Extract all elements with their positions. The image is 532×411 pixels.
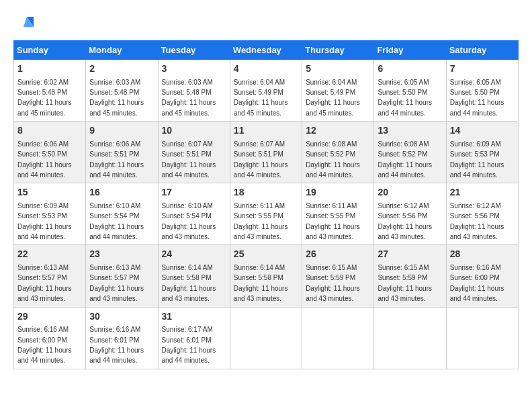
day-number: 24 [162,248,226,261]
day-info: Sunrise: 6:15 AM Sunset: 5:59 PM Dayligh… [378,264,432,302]
day-info: Sunrise: 6:11 AM Sunset: 5:55 PM Dayligh… [306,202,360,240]
day-number: 4 [234,62,298,76]
week-row-3: 15Sunrise: 6:09 AM Sunset: 5:53 PM Dayli… [14,183,519,245]
day-info: Sunrise: 6:09 AM Sunset: 5:53 PM Dayligh… [17,202,72,240]
header-monday: Monday [86,41,158,60]
day-info: Sunrise: 6:08 AM Sunset: 5:52 PM Dayligh… [378,140,432,179]
day-cell: 16Sunrise: 6:10 AM Sunset: 5:54 PM Dayli… [86,183,158,245]
day-number: 17 [162,186,226,199]
day-cell: 11Sunrise: 6:07 AM Sunset: 5:51 PM Dayli… [230,122,302,183]
day-number: 23 [89,248,154,261]
day-info: Sunrise: 6:14 AM Sunset: 5:58 PM Dayligh… [234,264,288,302]
day-number: 30 [89,310,154,324]
day-cell: 24Sunrise: 6:14 AM Sunset: 5:58 PM Dayli… [158,245,230,307]
day-number: 18 [234,186,298,199]
day-cell: 8Sunrise: 6:06 AM Sunset: 5:50 PM Daylig… [14,122,86,183]
day-cell: 7Sunrise: 6:05 AM Sunset: 5:50 PM Daylig… [446,60,518,122]
week-row-5: 29Sunrise: 6:16 AM Sunset: 6:00 PM Dayli… [14,307,519,369]
day-info: Sunrise: 6:13 AM Sunset: 5:57 PM Dayligh… [17,264,72,302]
day-number: 8 [17,124,82,138]
day-cell: 28Sunrise: 6:16 AM Sunset: 6:00 PM Dayli… [446,245,518,307]
day-info: Sunrise: 6:08 AM Sunset: 5:52 PM Dayligh… [306,140,360,179]
day-number: 5 [306,62,370,76]
day-info: Sunrise: 6:13 AM Sunset: 5:57 PM Dayligh… [89,264,144,302]
day-number: 19 [306,186,370,199]
day-cell: 4Sunrise: 6:04 AM Sunset: 5:49 PM Daylig… [230,60,302,122]
day-number: 13 [378,124,442,138]
day-number: 1 [17,62,82,76]
day-info: Sunrise: 6:02 AM Sunset: 5:48 PM Dayligh… [17,79,72,117]
header-sunday: Sunday [14,41,86,60]
day-number: 6 [378,62,442,76]
day-cell: 15Sunrise: 6:09 AM Sunset: 5:53 PM Dayli… [14,183,86,245]
day-number: 11 [234,124,298,138]
day-info: Sunrise: 6:07 AM Sunset: 5:51 PM Dayligh… [162,140,216,179]
day-cell: 13Sunrise: 6:08 AM Sunset: 5:52 PM Dayli… [374,122,446,183]
day-info: Sunrise: 6:11 AM Sunset: 5:55 PM Dayligh… [234,202,288,240]
day-cell: 10Sunrise: 6:07 AM Sunset: 5:51 PM Dayli… [158,122,230,183]
day-number: 31 [162,310,226,324]
day-info: Sunrise: 6:12 AM Sunset: 5:56 PM Dayligh… [378,202,432,240]
day-number: 25 [234,248,298,261]
day-cell: 25Sunrise: 6:14 AM Sunset: 5:58 PM Dayli… [230,245,302,307]
week-row-4: 22Sunrise: 6:13 AM Sunset: 5:57 PM Dayli… [14,245,519,307]
day-number: 21 [450,186,515,199]
day-number: 14 [450,124,515,138]
day-number: 15 [17,186,82,199]
header-thursday: Thursday [302,41,374,60]
day-info: Sunrise: 6:03 AM Sunset: 5:48 PM Dayligh… [162,79,216,117]
day-cell [446,307,518,369]
day-cell: 18Sunrise: 6:11 AM Sunset: 5:55 PM Dayli… [230,183,302,245]
day-cell [302,307,374,369]
day-info: Sunrise: 6:12 AM Sunset: 5:56 PM Dayligh… [450,202,504,240]
day-info: Sunrise: 6:10 AM Sunset: 5:54 PM Dayligh… [89,202,144,240]
day-info: Sunrise: 6:09 AM Sunset: 5:53 PM Dayligh… [450,140,504,179]
week-row-1: 1Sunrise: 6:02 AM Sunset: 5:48 PM Daylig… [14,60,519,122]
day-cell: 27Sunrise: 6:15 AM Sunset: 5:59 PM Dayli… [374,245,446,307]
day-cell: 30Sunrise: 6:16 AM Sunset: 6:01 PM Dayli… [86,307,158,369]
day-cell: 31Sunrise: 6:17 AM Sunset: 6:01 PM Dayli… [158,307,230,369]
day-info: Sunrise: 6:07 AM Sunset: 5:51 PM Dayligh… [234,140,288,179]
day-cell: 3Sunrise: 6:03 AM Sunset: 5:48 PM Daylig… [158,60,230,122]
logo [13,13,36,34]
day-cell: 21Sunrise: 6:12 AM Sunset: 5:56 PM Dayli… [446,183,518,245]
day-number: 10 [162,124,226,138]
header-saturday: Saturday [446,41,518,60]
day-number: 9 [89,124,154,138]
logo-icon [13,13,34,34]
day-cell: 20Sunrise: 6:12 AM Sunset: 5:56 PM Dayli… [374,183,446,245]
day-cell: 14Sunrise: 6:09 AM Sunset: 5:53 PM Dayli… [446,122,518,183]
week-row-2: 8Sunrise: 6:06 AM Sunset: 5:50 PM Daylig… [14,122,519,183]
day-info: Sunrise: 6:05 AM Sunset: 5:50 PM Dayligh… [450,79,504,117]
day-info: Sunrise: 6:06 AM Sunset: 5:50 PM Dayligh… [17,140,72,179]
day-cell: 1Sunrise: 6:02 AM Sunset: 5:48 PM Daylig… [14,60,86,122]
day-cell: 26Sunrise: 6:15 AM Sunset: 5:59 PM Dayli… [302,245,374,307]
header-row: SundayMondayTuesdayWednesdayThursdayFrid… [14,41,519,60]
day-number: 2 [89,62,154,76]
day-cell: 19Sunrise: 6:11 AM Sunset: 5:55 PM Dayli… [302,183,374,245]
day-info: Sunrise: 6:06 AM Sunset: 5:51 PM Dayligh… [89,140,144,179]
header-friday: Friday [374,41,446,60]
day-cell: 5Sunrise: 6:04 AM Sunset: 5:49 PM Daylig… [302,60,374,122]
day-cell: 17Sunrise: 6:10 AM Sunset: 5:54 PM Dayli… [158,183,230,245]
day-info: Sunrise: 6:16 AM Sunset: 6:00 PM Dayligh… [450,264,504,302]
day-number: 27 [378,248,442,261]
day-cell: 23Sunrise: 6:13 AM Sunset: 5:57 PM Dayli… [86,245,158,307]
day-number: 20 [378,186,442,199]
day-number: 28 [450,248,515,261]
day-info: Sunrise: 6:04 AM Sunset: 5:49 PM Dayligh… [234,79,288,117]
day-cell: 6Sunrise: 6:05 AM Sunset: 5:50 PM Daylig… [374,60,446,122]
day-info: Sunrise: 6:16 AM Sunset: 6:01 PM Dayligh… [89,326,144,364]
day-number: 16 [89,186,154,199]
day-number: 3 [162,62,226,76]
day-info: Sunrise: 6:10 AM Sunset: 5:54 PM Dayligh… [162,202,216,240]
day-info: Sunrise: 6:14 AM Sunset: 5:58 PM Dayligh… [162,264,216,302]
calendar-table: SundayMondayTuesdayWednesdayThursdayFrid… [13,40,519,369]
day-cell: 9Sunrise: 6:06 AM Sunset: 5:51 PM Daylig… [86,122,158,183]
header-wednesday: Wednesday [230,41,302,60]
day-number: 26 [306,248,370,261]
day-number: 29 [17,310,82,324]
day-cell [374,307,446,369]
day-cell [230,307,302,369]
header-tuesday: Tuesday [158,41,230,60]
